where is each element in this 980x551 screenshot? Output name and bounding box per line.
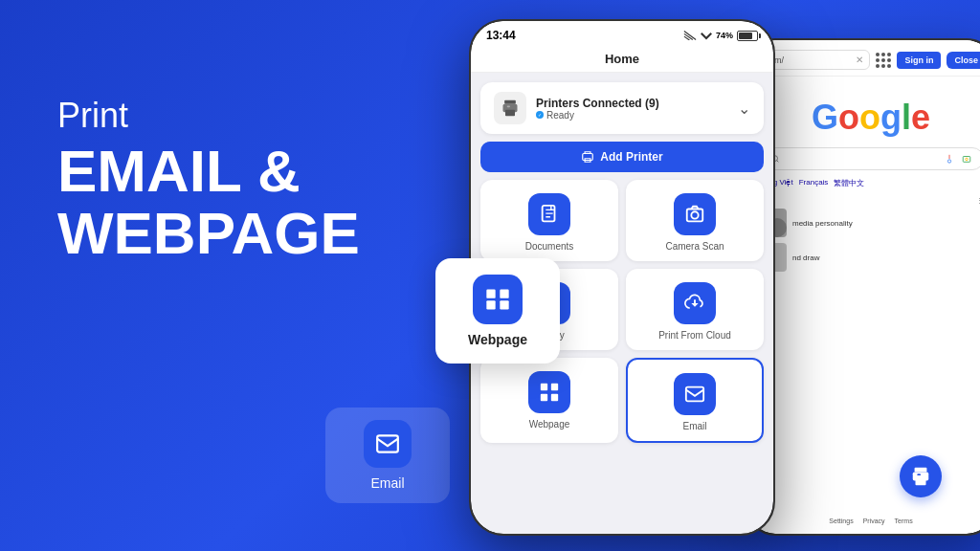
svg-rect-0 — [377, 435, 398, 452]
add-printer-label: Add Printer — [600, 150, 662, 164]
svg-rect-26 — [916, 478, 926, 485]
documents-icon — [528, 193, 570, 235]
status-dot — [536, 111, 544, 119]
phone-nav-bar: Home — [471, 46, 773, 73]
news-items: media personality nd draw — [758, 209, 980, 272]
printer-status-text: Ready — [546, 110, 574, 121]
printer-name: Printers Connected (9) — [536, 97, 728, 110]
mic-icon[interactable] — [945, 154, 954, 164]
camera-scan-label: Camera Scan — [665, 241, 724, 252]
printer-status: Ready — [536, 110, 728, 121]
news-text-1: media personality — [792, 219, 853, 228]
webpage-grid-label: Webpage — [529, 419, 570, 430]
news-text-2: nd draw — [792, 253, 819, 262]
language-row: Tiếng Việt Français 繁體中文 — [758, 178, 980, 188]
status-bar: 13:44 74% — [471, 21, 773, 46]
print-from-cloud-item[interactable]: Print From Cloud — [626, 269, 764, 350]
svg-rect-24 — [915, 468, 927, 473]
svg-rect-16 — [551, 384, 558, 390]
email-grid-item[interactable]: Email — [626, 358, 764, 443]
footer-privacy[interactable]: Privacy — [863, 518, 885, 524]
email-icon — [364, 420, 412, 468]
google-logo: G o o g l e — [758, 98, 980, 138]
grid-icon — [876, 53, 891, 68]
svg-rect-5 — [504, 100, 516, 104]
svg-rect-17 — [541, 394, 547, 401]
cloud-icon — [674, 282, 716, 324]
main-title: EMAIL & WEBPAGE — [57, 140, 360, 264]
url-clear-icon[interactable]: ✕ — [856, 55, 863, 65]
svg-rect-7 — [505, 110, 515, 117]
camera-scan-item[interactable]: Camera Scan — [626, 180, 764, 261]
svg-rect-22 — [963, 157, 970, 163]
email-grid-icon — [674, 373, 716, 415]
grid-row-1: Documents Camera Scan — [480, 180, 764, 261]
svg-rect-9 — [583, 154, 593, 161]
add-printer-button[interactable]: Add Printer — [480, 142, 764, 172]
browser-body: G o o g l e — [748, 77, 980, 283]
webpage-grid-item[interactable]: Webpage — [480, 358, 618, 443]
camera-icon[interactable] — [962, 154, 971, 164]
print-from-cloud-label: Print From Cloud — [658, 330, 731, 341]
lang-french[interactable]: Français — [799, 178, 829, 188]
browser-footer: Settings Privacy Terms — [748, 518, 980, 524]
news-header: es ⋮ — [758, 196, 980, 205]
footer-terms[interactable]: Terms — [895, 518, 913, 524]
news-more-icon[interactable]: ⋮ — [976, 196, 980, 205]
main-title-line1: EMAIL & — [57, 138, 301, 204]
camera-scan-icon — [674, 193, 716, 235]
svg-rect-1 — [486, 290, 495, 298]
g-letter-red: o — [838, 98, 859, 138]
svg-point-21 — [947, 160, 950, 163]
g-letter-blue: G — [812, 98, 838, 138]
svg-rect-2 — [500, 290, 508, 298]
svg-point-12 — [691, 211, 698, 218]
g-letter-yellow: o — [859, 98, 880, 138]
grid-row-3: Webpage Email — [480, 358, 764, 443]
main-title-line2: WEBPAGE — [57, 200, 360, 266]
printer-info: Printers Connected (9) Ready — [536, 97, 728, 121]
email-grid-label: Email — [682, 421, 706, 431]
search-bar[interactable] — [758, 147, 980, 170]
lang-chinese[interactable]: 繁體中文 — [834, 178, 864, 188]
print-label: Print — [57, 96, 360, 136]
printer-icon — [494, 92, 526, 124]
webpage-floating-card[interactable]: Webpage — [435, 258, 560, 364]
documents-item[interactable]: Documents — [480, 180, 618, 261]
printer-card[interactable]: Printers Connected (9) Ready ⌄ — [480, 82, 764, 134]
browser-screen: .com/ ✕ Sign in Close G o o — [748, 40, 980, 534]
print-fab-button[interactable] — [900, 455, 942, 497]
left-text-area: Print EMAIL & WEBPAGE — [57, 96, 360, 264]
svg-rect-27 — [917, 474, 921, 475]
webpage-card-label: Webpage — [468, 332, 527, 347]
battery-pct: 74% — [716, 31, 733, 40]
email-floating-card[interactable]: Email — [325, 408, 450, 503]
status-icons: 74% — [683, 31, 758, 41]
g-letter-red2: e — [911, 98, 930, 138]
svg-rect-19 — [686, 387, 703, 402]
browser-toolbar: .com/ ✕ Sign in Close — [748, 40, 980, 77]
webpage-icon — [473, 275, 523, 324]
svg-rect-15 — [541, 384, 547, 390]
news-item-2[interactable]: nd draw — [758, 243, 980, 272]
documents-label: Documents — [525, 241, 574, 252]
svg-rect-3 — [486, 300, 495, 309]
svg-rect-18 — [551, 394, 558, 401]
g-letter-green: l — [902, 98, 911, 138]
webpage-grid-icon — [528, 371, 570, 413]
sign-in-button[interactable]: Sign in — [897, 52, 941, 69]
svg-rect-4 — [500, 300, 508, 309]
close-button[interactable]: Close — [947, 52, 980, 69]
svg-point-23 — [966, 158, 969, 161]
footer-settings[interactable]: Settings — [829, 518, 853, 524]
g-letter-blue2: g — [880, 98, 902, 138]
browser-mockup: .com/ ✕ Sign in Close G o o — [746, 38, 980, 536]
nav-title: Home — [605, 52, 639, 66]
svg-rect-8 — [507, 106, 510, 108]
chevron-down-icon[interactable]: ⌄ — [738, 99, 750, 118]
email-card-label: Email — [370, 475, 404, 491]
news-item-1[interactable]: media personality — [758, 209, 980, 237]
status-time: 13:44 — [486, 29, 516, 42]
